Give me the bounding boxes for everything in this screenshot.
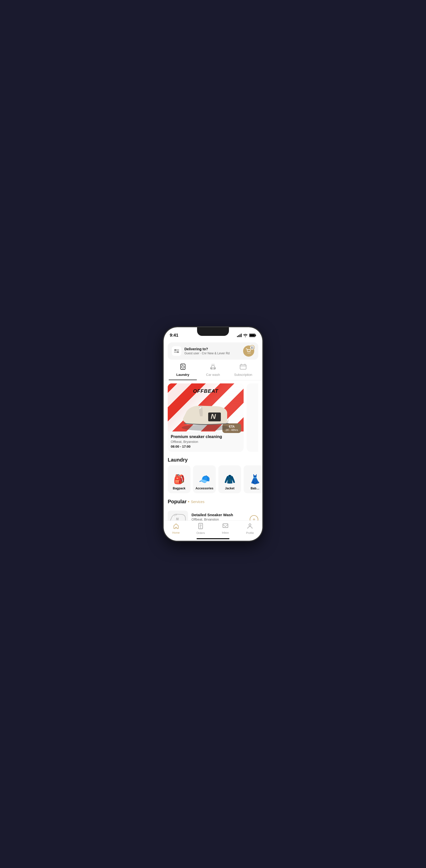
svg-rect-11 [181, 364, 185, 370]
hero-card-subtitle: Offbeat, Bryanston [171, 440, 241, 444]
svg-point-16 [214, 368, 215, 369]
sneaker-service-name: Detailed Sneaker Wash [191, 513, 246, 517]
hero-scroll[interactable]: oFFBeat [168, 383, 258, 452]
tab-laundry[interactable]: Laundry [169, 362, 197, 380]
svg-point-12 [182, 366, 184, 368]
svg-point-13 [181, 365, 182, 365]
svg-point-41 [249, 524, 251, 526]
category-accessories-label: Accessories [195, 487, 214, 490]
svg-rect-2 [250, 334, 255, 337]
svg-point-14 [182, 365, 183, 365]
nav-home-label: Home [172, 531, 180, 534]
hero-image: oFFBeat [168, 383, 244, 431]
cart-button[interactable]: 11 [243, 345, 254, 356]
category-baby-label: Bab… [251, 487, 260, 490]
category-baby[interactable]: 👗 Bab… [244, 465, 262, 493]
scroll-content[interactable]: Delivering to? Guest user · Cnr New & Le… [164, 340, 262, 541]
tab-carwash[interactable]: Car wash [199, 362, 227, 380]
svg-point-4 [177, 351, 178, 352]
cart-badge: 11 [250, 345, 255, 350]
popular-dot [188, 501, 189, 502]
nav-profile-label: Profile [246, 531, 254, 534]
svg-point-20 [182, 425, 230, 431]
phone-screen: 9:41 [164, 327, 262, 541]
popular-title: Popular [168, 499, 186, 504]
status-icons [237, 334, 256, 337]
location-bar[interactable]: Delivering to? Guest user · Cnr New & Le… [168, 342, 258, 360]
laundry-icon [179, 363, 186, 370]
tab-subscription[interactable]: Subscription [229, 362, 257, 380]
hero-card-next [247, 383, 258, 452]
category-bagpack[interactable]: 🎒 Bagpack [168, 465, 190, 493]
categories-scroll[interactable]: 🎒 Bagpack 🧢 Accessories 🧥 Jacket 👗 Bab… [164, 465, 262, 493]
svg-point-10 [250, 353, 250, 353]
location-left: Delivering to? Guest user · Cnr New & Le… [172, 346, 230, 356]
tab-divider [164, 380, 262, 380]
sneaker-illustration: N [178, 399, 234, 431]
category-accessories[interactable]: 🧢 Accessories [193, 465, 216, 493]
delivering-label: Delivering to? [184, 347, 230, 351]
subscription-icon [239, 364, 247, 370]
hero-card-info: ETA 24 - 48hrs Premium sneaker cleaning … [168, 431, 244, 452]
category-jacket-label: Jacket [225, 487, 234, 490]
popular-header: Popular Services [164, 493, 262, 507]
hero-card-title: Premium sneaker cleaning [171, 435, 241, 439]
popular-subtitle: Services [191, 500, 204, 504]
svg-point-15 [211, 368, 212, 369]
svg-rect-1 [255, 335, 256, 336]
tab-carwash-label: Car wash [206, 373, 220, 377]
battery-icon [249, 334, 256, 337]
status-time: 9:41 [170, 333, 178, 338]
home-bar [196, 538, 230, 539]
svg-point-9 [248, 353, 249, 353]
svg-rect-17 [240, 365, 246, 369]
service-tabs: Laundry Car wash [164, 362, 262, 380]
hero-card-hours: 08:00 - 17:00 [171, 445, 241, 448]
nav-home[interactable]: Home [164, 523, 188, 534]
bottom-nav: Home Orders [164, 521, 262, 541]
notch [197, 327, 229, 336]
orders-icon [198, 523, 203, 529]
nav-inbox-label: Inbox [222, 531, 229, 534]
inbox-icon [222, 523, 229, 529]
nav-orders[interactable]: Orders [188, 523, 213, 534]
category-jacket[interactable]: 🧥 Jacket [218, 465, 241, 493]
nav-profile[interactable]: Profile [238, 523, 263, 534]
svg-point-3 [175, 349, 176, 350]
carwash-icon [209, 363, 217, 370]
home-icon [173, 523, 179, 529]
filter-icon[interactable] [172, 346, 181, 356]
hero-card-offbeat[interactable]: oFFBeat [168, 383, 244, 452]
nav-orders-label: Orders [196, 531, 205, 534]
profile-icon [247, 523, 253, 529]
category-bagpack-label: Bagpack [173, 487, 185, 490]
signal-bars-icon [237, 334, 242, 337]
user-location: Guest user · Cnr New & Lever Rd [184, 351, 230, 355]
hero-brand-text: oFFBeat [193, 386, 218, 394]
tab-subscription-label: Subscription [234, 373, 252, 377]
phone-frame: 9:41 [164, 327, 262, 541]
tab-laundry-label: Laundry [176, 373, 189, 377]
laundry-section-title: Laundry [164, 452, 262, 465]
nav-inbox[interactable]: Inbox [213, 523, 238, 534]
hero-section: oFFBeat [164, 383, 262, 452]
wifi-icon [243, 334, 248, 337]
svg-text:N: N [211, 412, 216, 420]
